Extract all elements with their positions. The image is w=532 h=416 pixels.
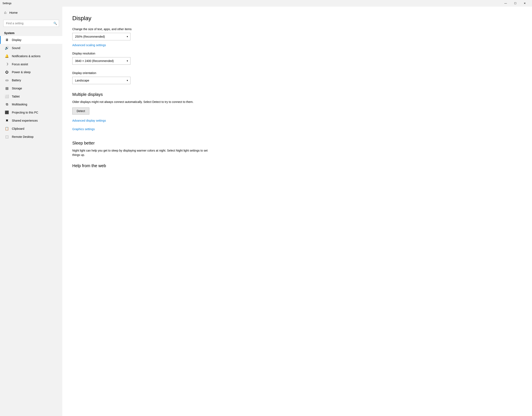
orientation-label: Display orientation	[72, 71, 522, 75]
focus-icon: ☽	[5, 62, 9, 66]
nav-label-clipboard: Clipboard	[12, 127, 24, 130]
sidebar-item-home[interactable]: ⌂ Home	[0, 7, 62, 19]
nav-label-storage: Storage	[12, 87, 22, 90]
nav-label-focus: Focus assist	[12, 63, 28, 66]
sidebar-item-display[interactable]: 🖥 Display	[0, 36, 62, 44]
advanced-display-link[interactable]: Advanced display settings	[72, 119, 106, 122]
sidebar-item-shared[interactable]: ✖ Shared experiences	[0, 116, 62, 125]
search-box: 🔍	[3, 20, 59, 27]
nav-label-tablet: Tablet	[12, 95, 19, 98]
resolution-dropdown[interactable]: 1280 × 800 1920 × 1200 2560 × 1600 3840 …	[72, 57, 131, 65]
sidebar-item-battery[interactable]: ▭ Battery	[0, 76, 62, 84]
power-icon: ⏻	[5, 70, 9, 74]
nav-label-multitasking: Multitasking	[12, 103, 27, 106]
sidebar-item-storage[interactable]: ▤ Storage	[0, 84, 62, 92]
sidebar-item-sound[interactable]: 🔊 Sound	[0, 44, 62, 52]
multiple-displays-description: Older displays might not always connect …	[72, 100, 214, 104]
nav-label-sound: Sound	[12, 46, 20, 50]
sound-icon: 🔊	[5, 46, 9, 50]
scale-dropdown[interactable]: 100% 125% 150% 175% 200% 225% 250% (Reco…	[72, 33, 131, 40]
battery-icon: ▭	[5, 78, 9, 82]
orientation-dropdown[interactable]: Landscape Portrait Landscape (flipped) P…	[72, 77, 131, 84]
system-section-title: System	[0, 30, 62, 36]
detect-button[interactable]: Detect	[72, 108, 89, 115]
storage-icon: ▤	[5, 86, 9, 90]
nav-label-remote: Remote Desktop	[12, 135, 33, 139]
sidebar: ⌂ Home 🔍 System 🖥 Display 🔊 Sound 🔔 Noti…	[0, 7, 62, 416]
sleep-better-title: Sleep better	[72, 141, 522, 146]
sidebar-item-focus[interactable]: ☽ Focus assist	[0, 60, 62, 68]
restore-button[interactable]: ☐	[510, 0, 520, 7]
multiple-displays-title: Multiple displays	[72, 92, 522, 97]
advanced-scaling-link[interactable]: Advanced scaling settings	[72, 43, 106, 47]
titlebar: Settings — ☐ ✕	[0, 0, 532, 7]
projecting-icon: ⬛	[5, 110, 9, 114]
close-button[interactable]: ✕	[520, 0, 530, 7]
resolution-label: Display resolution	[72, 52, 522, 55]
sidebar-item-remote[interactable]: ⬚ Remote Desktop	[0, 133, 62, 141]
page-title: Display	[72, 15, 522, 22]
scale-dropdown-wrapper: 100% 125% 150% 175% 200% 225% 250% (Reco…	[72, 33, 131, 40]
sidebar-item-clipboard[interactable]: 📋 Clipboard	[0, 125, 62, 133]
sleep-better-section: Sleep better Night light can help you ge…	[72, 141, 522, 157]
multitasking-icon: ⧉	[5, 102, 9, 106]
sidebar-item-power[interactable]: ⏻ Power & sleep	[0, 68, 62, 76]
notifications-icon: 🔔	[5, 54, 9, 58]
home-icon: ⌂	[4, 10, 6, 15]
sidebar-item-multitasking[interactable]: ⧉ Multitasking	[0, 100, 62, 108]
nav-label-battery: Battery	[12, 79, 21, 82]
multiple-displays-section: Multiple displays Older displays might n…	[72, 92, 522, 136]
content-area: Display Change the size of text, apps, a…	[62, 7, 532, 416]
nav-label-power: Power & sleep	[12, 70, 30, 74]
tablet-icon: ⬜	[5, 94, 9, 98]
sleep-better-description: Night light can help you get to sleep by…	[72, 149, 214, 157]
nav-label-shared: Shared experiences	[12, 119, 38, 122]
minimize-button[interactable]: —	[501, 0, 510, 7]
sidebar-item-tablet[interactable]: ⬜ Tablet	[0, 92, 62, 100]
titlebar-title: Settings	[2, 2, 501, 5]
orientation-dropdown-wrapper: Landscape Portrait Landscape (flipped) P…	[72, 77, 131, 84]
help-section: Help from the web	[72, 163, 522, 168]
help-title: Help from the web	[72, 163, 522, 168]
resolution-dropdown-wrapper: 1280 × 800 1920 × 1200 2560 × 1600 3840 …	[72, 57, 131, 65]
app-body: ⌂ Home 🔍 System 🖥 Display 🔊 Sound 🔔 Noti…	[0, 7, 532, 416]
display-icon: 🖥	[5, 38, 9, 42]
titlebar-controls: — ☐ ✕	[501, 0, 530, 7]
graphics-settings-link[interactable]: Graphics settings	[72, 128, 95, 131]
nav-label-display: Display	[12, 38, 21, 42]
home-label: Home	[9, 11, 18, 14]
shared-icon: ✖	[5, 119, 9, 122]
nav-label-notifications: Notifications & actions	[12, 54, 40, 58]
sidebar-item-notifications[interactable]: 🔔 Notifications & actions	[0, 52, 62, 60]
nav-label-projecting: Projecting to this PC	[12, 111, 38, 114]
clipboard-icon: 📋	[5, 127, 9, 130]
search-input[interactable]	[3, 20, 59, 27]
scale-label: Change the size of text, apps, and other…	[72, 28, 522, 31]
remote-icon: ⬚	[5, 135, 9, 139]
sidebar-item-projecting[interactable]: ⬛ Projecting to this PC	[0, 108, 62, 116]
